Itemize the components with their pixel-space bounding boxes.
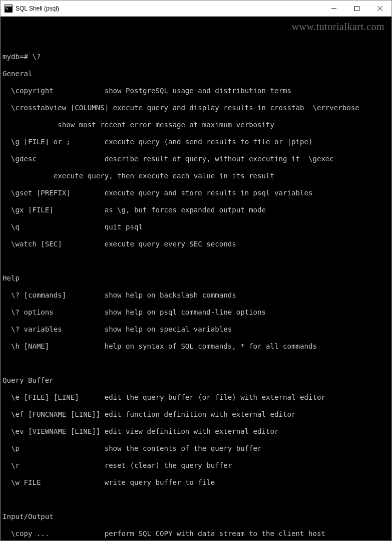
help-line: \p show the contents of the query buffer: [3, 444, 391, 453]
close-button[interactable]: [368, 1, 391, 16]
help-line: \crosstabview [COLUMNS] execute query an…: [3, 104, 391, 112]
minimize-button[interactable]: [322, 1, 345, 16]
help-line: \e [FILE] [LINE] edit the query buffer (…: [3, 393, 391, 402]
help-line: \gset [PREFIX] execute query and store r…: [3, 189, 391, 197]
section-header: Help: [3, 274, 391, 283]
help-line: \watch [SEC] execute query every SEC sec…: [3, 240, 391, 248]
help-line: \r reset (clear) the query buffer: [3, 461, 391, 470]
help-line: \gx [FILE] as \g, but forces expanded ou…: [3, 206, 391, 214]
blank-line: [3, 495, 391, 504]
window-controls: [322, 1, 391, 16]
help-line: show most recent error message at maximu…: [3, 121, 391, 129]
section-header: Query Buffer: [3, 376, 391, 385]
help-line: \h [NAME] help on syntax of SQL commands…: [3, 342, 391, 351]
svg-rect-1: [5, 5, 12, 7]
watermark: www.tutorialkart.com: [292, 23, 384, 31]
svg-rect-2: [6, 8, 7, 9]
help-line: \g [FILE] or ; execute query (and send r…: [3, 138, 391, 146]
prompt-line: mydb=# \?: [3, 53, 391, 61]
help-line: \copy ... perform SQL COPY with data str…: [3, 529, 391, 538]
section-header: Input/Output: [3, 512, 391, 521]
maximize-button[interactable]: [345, 1, 368, 16]
help-line: \? options show help on psql command-lin…: [3, 308, 391, 317]
app-window: SQL Shell (psql) www.tutorialkart.com my…: [0, 0, 392, 541]
blank-line: [3, 359, 391, 368]
help-line: \copyright show PostgreSQL usage and dis…: [3, 87, 391, 95]
help-line: \? variables show help on special variab…: [3, 325, 391, 334]
help-line: execute query, then execute each value i…: [3, 172, 391, 180]
blank-line: [3, 36, 391, 44]
terminal-output[interactable]: www.tutorialkart.com mydb=# \? General \…: [1, 17, 391, 540]
help-line: \ev [VIEWNAME [LINE]] edit view definiti…: [3, 427, 391, 436]
app-icon: [5, 5, 13, 13]
svg-rect-3: [7, 9, 8, 10]
help-line: \ef [FUNCNAME [LINE]] edit function defi…: [3, 410, 391, 419]
blank-line: [3, 257, 391, 265]
svg-rect-5: [355, 6, 359, 11]
titlebar: SQL Shell (psql): [1, 1, 391, 17]
help-line: \w FILE write query buffer to file: [3, 478, 391, 487]
help-line: \? [commands] show help on backslash com…: [3, 291, 391, 300]
window-title: SQL Shell (psql): [16, 5, 322, 12]
help-line: \gdesc describe result of query, without…: [3, 155, 391, 163]
section-header: General: [3, 70, 391, 78]
help-line: \q quit psql: [3, 223, 391, 231]
